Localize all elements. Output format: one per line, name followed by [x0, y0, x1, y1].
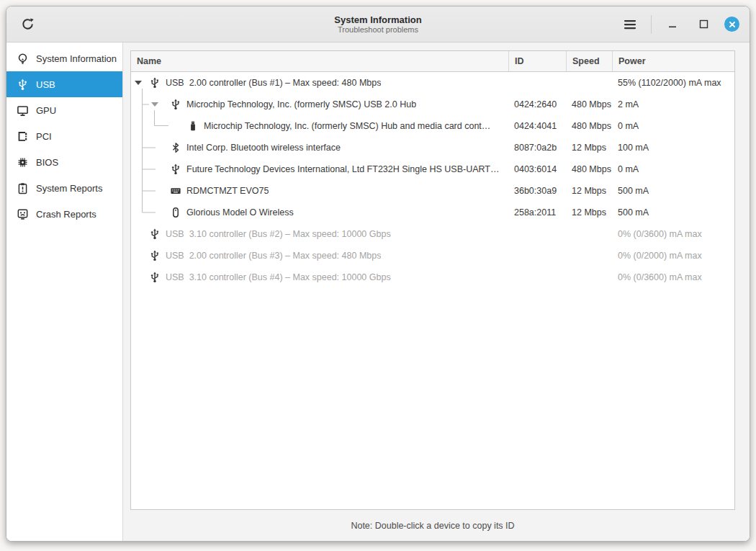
- device-name: USB 3.10 controller (Bus #2) – Max speed…: [166, 229, 391, 239]
- table-row[interactable]: USB 2.00 controller (Bus #3) – Max speed…: [131, 245, 734, 266]
- menu-button[interactable]: [620, 14, 640, 35]
- device-name: USB 2.00 controller (Bus #3) – Max speed…: [166, 251, 381, 261]
- device-speed: [566, 245, 612, 266]
- sidebar-item-label: System Information: [36, 53, 117, 64]
- refresh-icon: [21, 17, 35, 31]
- device-speed: 12 Mbps: [566, 202, 612, 223]
- sidebar-item-gpu[interactable]: GPU: [6, 97, 122, 123]
- status-note: Note: Double-click a device to copy its …: [130, 510, 735, 542]
- sidebar-item-pci[interactable]: PCI: [6, 123, 122, 149]
- device-speed: 480 Mbps: [566, 94, 612, 115]
- device-speed: 480 Mbps: [566, 115, 612, 137]
- device-power: 0 mA: [612, 115, 734, 137]
- close-icon: [728, 20, 737, 29]
- device-table: Name ID Speed Power: [130, 50, 735, 510]
- usb-icon: [149, 250, 161, 261]
- device-power: 500 mA: [612, 202, 734, 223]
- device-name: RDMCTMZT EVO75: [186, 186, 269, 196]
- titlebar-separator: [651, 15, 652, 34]
- device-id: [508, 245, 566, 266]
- minimize-icon: [667, 19, 678, 30]
- expander-arrow[interactable]: [135, 81, 149, 85]
- table-row[interactable]: Intel Corp. Bluetooth wireless interface…: [131, 137, 734, 158]
- device-power: 500 mA: [612, 180, 734, 202]
- sidebar-item-bios[interactable]: BIOS: [6, 149, 122, 175]
- device-name: USB 3.10 controller (Bus #4) – Max speed…: [166, 272, 391, 282]
- hamburger-menu-icon: [623, 17, 637, 32]
- table-body: USB 2.00 controller (Bus #1) – Max speed…: [131, 72, 734, 288]
- device-id: [508, 72, 566, 94]
- device-name: Intel Corp. Bluetooth wireless interface: [186, 143, 341, 153]
- lightbulb-icon: [17, 53, 29, 65]
- table-row[interactable]: Glorious Model O Wireless 258a:2011 12 M…: [131, 202, 734, 223]
- sidebar-item-crash-reports[interactable]: Crash Reports: [6, 201, 122, 227]
- device-power: 0% (0/3600) mA max: [612, 266, 734, 288]
- maximize-button[interactable]: [693, 14, 714, 35]
- sidebar-item-label: USB: [36, 79, 55, 90]
- usb-icon: [17, 79, 29, 91]
- maximize-icon: [699, 19, 708, 29]
- bluetooth-icon: [170, 142, 181, 153]
- sidebar-item-usb[interactable]: USB: [6, 71, 122, 97]
- window-title: System Information: [334, 14, 421, 25]
- table-row[interactable]: Microchip Technology, Inc. (formerly SMS…: [131, 94, 734, 115]
- usb-icon: [170, 99, 181, 110]
- device-power: 0% (0/2000) mA max: [612, 245, 734, 266]
- column-header-speed[interactable]: Speed: [566, 51, 612, 71]
- usb-icon: [149, 272, 161, 283]
- device-speed: 480 Mbps: [566, 158, 612, 180]
- sidebar-item-system-information[interactable]: System Information: [6, 45, 122, 71]
- close-button[interactable]: [724, 17, 739, 32]
- app-body: System Information USB: [6, 42, 750, 541]
- sidebar-item-label: GPU: [36, 105, 56, 116]
- device-speed: 12 Mbps: [566, 180, 612, 202]
- minimize-button[interactable]: [662, 14, 683, 35]
- monitor-icon: [17, 104, 29, 117]
- flash-drive-icon: [187, 120, 199, 132]
- device-id: 0403:6014: [508, 158, 566, 180]
- keyboard-icon: [170, 185, 181, 197]
- device-speed: [566, 223, 612, 245]
- sidebar-item-label: Crash Reports: [36, 209, 96, 220]
- usb-icon: [170, 163, 181, 175]
- titlebar: System Information Troubleshoot problems: [6, 6, 750, 42]
- table-row[interactable]: Microchip Technology, Inc. (formerly SMS…: [131, 115, 734, 137]
- table-row[interactable]: RDMCTMZT EVO75 36b0:30a9 12 Mbps 500 mA: [131, 180, 734, 202]
- clipboard-alert-icon: [17, 182, 29, 194]
- table-row[interactable]: USB 2.00 controller (Bus #1) – Max speed…: [131, 72, 734, 94]
- crash-monitor-icon: [17, 208, 29, 220]
- window-subtitle: Troubleshoot problems: [338, 25, 418, 35]
- app-window: System Information Troubleshoot problems: [6, 6, 750, 542]
- chip-icon: [17, 156, 29, 169]
- device-id: 258a:2011: [508, 202, 566, 223]
- device-speed: [566, 72, 612, 94]
- sidebar-item-system-reports[interactable]: System Reports: [6, 175, 122, 201]
- device-id: 0424:4041: [508, 115, 566, 137]
- device-power: 2 mA: [612, 94, 734, 115]
- device-name: Future Technology Devices International,…: [186, 164, 499, 174]
- device-speed: [566, 266, 612, 288]
- expander-arrow[interactable]: [151, 102, 170, 107]
- table-row[interactable]: USB 3.10 controller (Bus #2) – Max speed…: [131, 223, 734, 245]
- sidebar-item-label: BIOS: [36, 157, 58, 168]
- device-id: 8087:0a2b: [508, 137, 566, 158]
- device-id: 0424:2640: [508, 94, 566, 115]
- sidebar-item-label: System Reports: [36, 183, 102, 194]
- column-header-power[interactable]: Power: [612, 51, 734, 71]
- device-power: 100 mA: [612, 137, 734, 158]
- column-header-id[interactable]: ID: [508, 51, 566, 71]
- device-id: [508, 223, 566, 245]
- sidebar-item-label: PCI: [36, 131, 52, 142]
- table-row[interactable]: USB 3.10 controller (Bus #4) – Max speed…: [131, 266, 734, 288]
- sidebar: System Information USB: [6, 42, 123, 541]
- device-power: 0% (0/3600) mA max: [612, 223, 734, 245]
- table-header: Name ID Speed Power: [131, 51, 734, 72]
- table-row[interactable]: Future Technology Devices International,…: [131, 158, 734, 180]
- refresh-button[interactable]: [17, 14, 37, 35]
- column-header-name[interactable]: Name: [131, 51, 508, 71]
- usb-icon: [149, 228, 161, 240]
- main-panel: Name ID Speed Power: [123, 42, 750, 541]
- device-name: USB 2.00 controller (Bus #1) – Max speed…: [166, 78, 381, 88]
- mouse-icon: [170, 207, 181, 218]
- device-power: 0 mA: [612, 158, 734, 180]
